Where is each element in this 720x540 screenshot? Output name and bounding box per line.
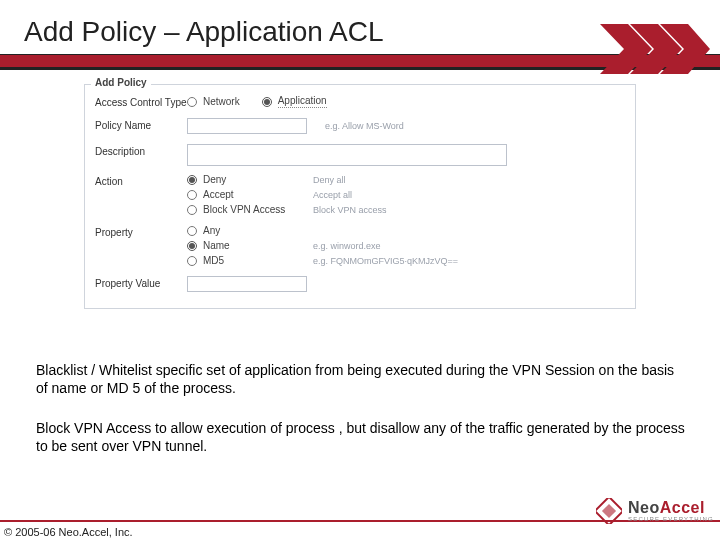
hint-prop-md5: e.g. FQNMOmGFVIG5·qKMJzVQ== xyxy=(313,256,458,266)
radio-action-deny[interactable] xyxy=(187,175,197,185)
radio-prop-name-label: Name xyxy=(203,240,313,251)
label-access-control: Access Control Type xyxy=(95,95,187,108)
label-action: Action xyxy=(95,174,187,187)
row-policy-name: Policy Name e.g. Allow MS-Word xyxy=(95,118,625,138)
slide: Add Policy – Application ACL Add Policy … xyxy=(0,0,720,540)
hint-action-deny: Deny all xyxy=(313,175,346,185)
radio-action-deny-label: Deny xyxy=(203,174,313,185)
input-property-value[interactable] xyxy=(187,276,307,292)
panel-legend: Add Policy xyxy=(91,77,151,88)
radio-network[interactable] xyxy=(187,97,197,107)
radio-prop-name[interactable] xyxy=(187,241,197,251)
radio-action-block[interactable] xyxy=(187,205,197,215)
hint-action-accept: Accept all xyxy=(313,190,352,200)
radio-prop-any-label: Any xyxy=(203,225,313,236)
hint-prop-name: e.g. winword.exe xyxy=(313,241,381,251)
label-property-value: Property Value xyxy=(95,276,187,289)
svg-rect-4 xyxy=(602,504,616,518)
row-property-value: Property Value xyxy=(95,276,625,296)
label-property: Property xyxy=(95,225,187,238)
input-policy-name[interactable] xyxy=(187,118,307,134)
logo-tagline: SECURE EVERYTHING xyxy=(628,516,714,522)
radio-application-label: Application xyxy=(278,95,327,108)
chevrons-icon xyxy=(600,24,710,74)
radio-action-accept[interactable] xyxy=(187,190,197,200)
label-description: Description xyxy=(95,144,187,157)
radio-action-block-label: Block VPN Access xyxy=(203,204,313,215)
row-description: Description xyxy=(95,144,625,168)
paragraph-1: Blacklist / Whitelist specific set of ap… xyxy=(36,362,686,397)
radio-network-label: Network xyxy=(203,96,240,107)
hint-action-block: Block VPN access xyxy=(313,205,387,215)
radio-prop-md5[interactable] xyxy=(187,256,197,266)
radio-prop-any[interactable] xyxy=(187,226,197,236)
copyright: © 2005-06 Neo.Accel, Inc. xyxy=(4,526,133,538)
input-description[interactable] xyxy=(187,144,507,166)
row-access-control: Access Control Type Network Application xyxy=(95,95,625,112)
page-title: Add Policy – Application ACL xyxy=(24,16,384,48)
neoaccel-logo: NeoAccel SECURE EVERYTHING xyxy=(596,498,714,524)
row-action: Action Deny Deny all Accept Accept all xyxy=(95,174,625,219)
hint-policy-name: e.g. Allow MS-Word xyxy=(325,121,404,131)
logo-mark-icon xyxy=(596,498,622,524)
radio-action-accept-label: Accept xyxy=(203,189,313,200)
add-policy-panel: Add Policy Access Control Type Network A… xyxy=(84,84,636,309)
row-property: Property Any Name e.g. winword.exe MD5 xyxy=(95,225,625,270)
paragraph-2: Block VPN Access to allow execution of p… xyxy=(36,420,686,455)
label-policy-name: Policy Name xyxy=(95,118,187,131)
logo-text: NeoAccel xyxy=(628,500,714,516)
radio-application[interactable] xyxy=(262,97,272,107)
radio-prop-md5-label: MD5 xyxy=(203,255,313,266)
